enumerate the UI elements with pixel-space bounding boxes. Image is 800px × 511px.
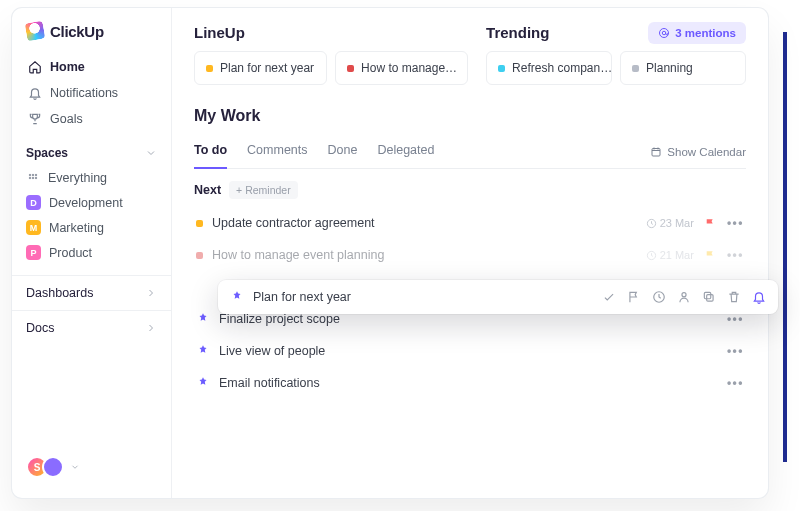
main-content: 3 mentions LineUp Plan for next year How… [172,8,768,498]
trending-card[interactable]: Refresh compan… [486,51,612,85]
sidebar-footer: S [12,446,171,488]
primary-nav: Home Notifications Goals [12,54,171,132]
space-item-marketing[interactable]: M Marketing [12,215,171,240]
check-icon[interactable] [602,290,616,304]
pointer-icon [230,290,244,304]
task-row[interactable]: How to manage event planning 21 Mar ••• [194,239,746,271]
svg-point-5 [35,177,37,179]
tab-done[interactable]: Done [328,135,358,169]
pointer-icon [196,312,210,326]
card-label: Planning [646,61,693,75]
space-everything-label: Everything [48,171,107,185]
sidebar-dashboards[interactable]: Dashboards [12,275,171,310]
mentions-pill[interactable]: 3 mentions [648,22,746,44]
copy-icon[interactable] [702,290,716,304]
svg-point-1 [32,174,34,176]
more-icon[interactable]: ••• [727,344,744,358]
svg-point-2 [35,174,37,176]
clock-icon [646,250,657,261]
user-icon[interactable] [677,290,691,304]
space-color-badge: P [26,245,41,260]
show-calendar-toggle[interactable]: Show Calendar [650,146,746,158]
status-dot [632,65,639,72]
spaces-header[interactable]: Spaces [12,132,171,166]
nav-goals[interactable]: Goals [20,106,163,132]
pointer-icon [196,344,210,358]
space-everything[interactable]: Everything [12,166,171,190]
svg-rect-13 [707,295,713,301]
pointer-icon [196,376,210,390]
task-date: 23 Mar [646,217,694,229]
next-row: Next + Reminder [194,181,746,199]
lineup-card[interactable]: How to manage… [335,51,468,85]
flag-icon[interactable] [627,290,641,304]
task-label: Email notifications [219,376,320,390]
more-icon[interactable]: ••• [727,376,744,390]
task-row[interactable]: Email notifications ••• [194,367,746,399]
more-icon[interactable]: ••• [727,312,744,326]
task-label: How to manage event planning [212,248,384,262]
trophy-icon [28,112,42,126]
brand-name: ClickUp [50,23,104,40]
status-dot [498,65,505,72]
trending-card[interactable]: Planning [620,51,746,85]
brand-logo[interactable]: ClickUp [12,22,171,54]
space-item-development[interactable]: D Development [12,190,171,215]
status-dot [347,65,354,72]
bell-icon[interactable] [752,290,766,304]
status-dot [196,220,203,227]
task-date: 21 Mar [646,249,694,261]
card-label: Refresh compan… [512,61,612,75]
flag-icon[interactable] [704,249,717,262]
tab-comments[interactable]: Comments [247,135,307,169]
nav-home[interactable]: Home [20,54,163,80]
next-label: Next [194,183,221,197]
task-label: Update contractor agreement [212,216,375,230]
nav-notifications[interactable]: Notifications [20,80,163,106]
chevron-down-icon[interactable] [70,462,80,472]
more-icon[interactable]: ••• [727,216,744,230]
tab-delegated[interactable]: Delegated [377,135,434,169]
floating-actions [602,290,766,304]
nav-goals-label: Goals [50,112,83,126]
mentions-label: 3 mentions [675,27,736,39]
task-hover-card[interactable]: Plan for next year [218,280,778,314]
add-reminder-chip[interactable]: + Reminder [229,181,298,199]
svg-point-12 [682,293,686,297]
space-item-product[interactable]: P Product [12,240,171,265]
space-color-badge: D [26,195,41,210]
sidebar: ClickUp Home Notifications Goals [12,8,172,498]
status-dot [206,65,213,72]
avatar[interactable] [42,456,64,478]
lineup-column: LineUp Plan for next year How to manage… [194,24,468,85]
grid-icon [26,171,40,185]
card-label: Plan for next year [220,61,314,75]
floating-task-label: Plan for next year [253,290,351,304]
home-icon [28,60,42,74]
task-label: Live view of people [219,344,325,358]
task-row[interactable]: Live view of people ••• [194,335,746,367]
flag-icon[interactable] [704,217,717,230]
svg-point-4 [32,177,34,179]
calendar-icon [650,146,662,158]
space-item-label: Marketing [49,221,104,235]
svg-point-3 [29,177,31,179]
space-item-label: Product [49,246,92,260]
lineup-title: LineUp [194,24,468,41]
svg-point-6 [660,29,669,38]
svg-point-0 [29,174,31,176]
sidebar-docs[interactable]: Docs [12,310,171,345]
nav-notifications-label: Notifications [50,86,118,100]
trash-icon[interactable] [727,290,741,304]
tab-todo[interactable]: To do [194,135,227,169]
spaces-header-label: Spaces [26,146,68,160]
svg-rect-14 [704,292,710,298]
chevron-right-icon [145,287,157,299]
more-icon[interactable]: ••• [727,248,744,262]
bell-icon [28,86,42,100]
at-icon [658,27,670,39]
clock-icon[interactable] [652,290,666,304]
lineup-card[interactable]: Plan for next year [194,51,327,85]
space-item-label: Development [49,196,123,210]
task-row[interactable]: Update contractor agreement 23 Mar ••• [194,207,746,239]
